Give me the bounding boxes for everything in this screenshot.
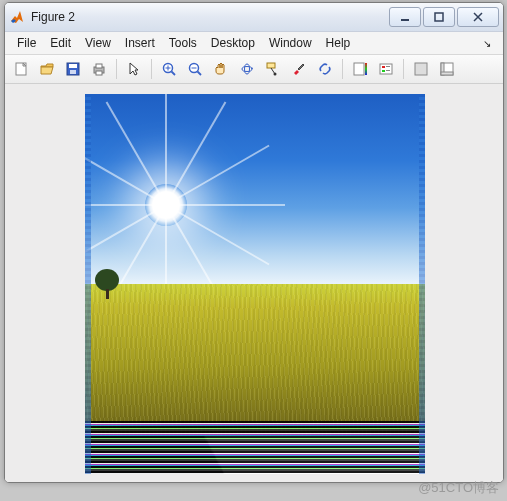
watermark-text: @51CTO博客: [418, 479, 499, 497]
open-button[interactable]: [35, 57, 59, 81]
svg-rect-16: [365, 63, 367, 75]
svg-point-12: [245, 64, 250, 74]
svg-rect-25: [441, 72, 453, 75]
zoom-out-button[interactable]: [183, 57, 207, 81]
svg-rect-15: [354, 63, 364, 75]
minimize-button[interactable]: [389, 7, 421, 27]
maximize-button[interactable]: [423, 7, 455, 27]
link-button[interactable]: [313, 57, 337, 81]
menu-insert[interactable]: Insert: [119, 34, 161, 52]
matlab-icon: [9, 9, 25, 25]
data-cursor-button[interactable]: [261, 57, 285, 81]
brush-button[interactable]: [287, 57, 311, 81]
pointer-button[interactable]: [122, 57, 146, 81]
print-button[interactable]: [87, 57, 111, 81]
svg-rect-19: [382, 70, 385, 72]
new-figure-button[interactable]: [9, 57, 33, 81]
svg-rect-4: [69, 64, 77, 68]
rotate-button[interactable]: [235, 57, 259, 81]
svg-point-11: [242, 67, 252, 72]
colorbar-button[interactable]: [348, 57, 372, 81]
title-bar[interactable]: Figure 2: [5, 3, 503, 32]
menu-bar: File Edit View Insert Tools Desktop Wind…: [5, 32, 503, 55]
svg-rect-13: [267, 63, 275, 68]
pan-button[interactable]: [209, 57, 233, 81]
show-plot-tools-button[interactable]: [435, 57, 459, 81]
menu-window[interactable]: Window: [263, 34, 318, 52]
save-button[interactable]: [61, 57, 85, 81]
toolbar: [5, 55, 503, 84]
tree-region: [93, 269, 121, 299]
legend-button[interactable]: [374, 57, 398, 81]
right-edge-artifact: [419, 94, 425, 474]
svg-rect-8: [96, 71, 102, 75]
svg-rect-0: [401, 19, 409, 21]
menu-edit[interactable]: Edit: [44, 34, 77, 52]
svg-rect-17: [380, 64, 392, 74]
menu-help[interactable]: Help: [320, 34, 357, 52]
svg-rect-1: [435, 13, 443, 21]
zoom-in-button[interactable]: [157, 57, 181, 81]
menu-tools[interactable]: Tools: [163, 34, 203, 52]
figure-canvas[interactable]: [5, 84, 503, 482]
menu-desktop[interactable]: Desktop: [205, 34, 261, 52]
left-edge-artifact: [85, 94, 91, 474]
svg-rect-20: [386, 66, 390, 67]
hide-plot-tools-button[interactable]: [409, 57, 433, 81]
svg-rect-18: [382, 66, 385, 68]
menu-file[interactable]: File: [11, 34, 42, 52]
field-region: [85, 284, 425, 436]
close-button[interactable]: [457, 7, 499, 27]
window-title: Figure 2: [31, 10, 75, 24]
menu-view[interactable]: View: [79, 34, 117, 52]
svg-point-14: [274, 73, 277, 76]
sun-region: [145, 184, 187, 226]
glitch-region: [85, 421, 425, 474]
svg-rect-22: [415, 63, 427, 75]
window-controls: [389, 7, 499, 27]
svg-rect-7: [96, 64, 102, 68]
axes-image: [85, 94, 425, 474]
svg-rect-21: [386, 70, 390, 71]
figure-window: Figure 2 File Edit View Insert Tools Des…: [4, 2, 504, 483]
svg-rect-5: [70, 70, 76, 74]
dock-corner-icon[interactable]: ↘: [477, 36, 497, 51]
